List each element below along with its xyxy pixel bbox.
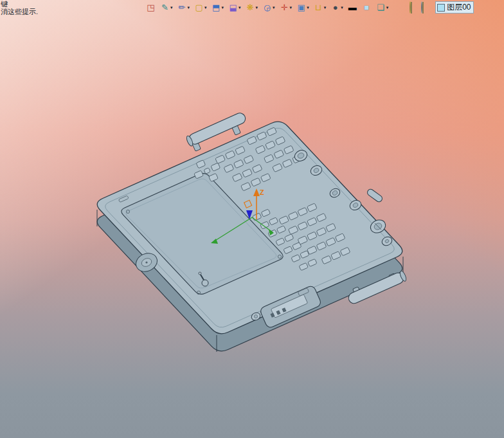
chevron-down-icon[interactable]: ▾	[170, 5, 173, 10]
surface-display-icon: ❏	[376, 3, 386, 13]
layer-visibility-on-icon[interactable]	[410, 2, 417, 14]
main-toolbar: ◳ ✎ ▾ ✏ ▾ ▢ ▾ ⬒ ▾ ⬓ ▾ ❋ ▾ ◶ ▾	[146, 1, 474, 14]
antenna-stub[interactable]	[366, 188, 384, 203]
layer-label: 图层00	[447, 2, 471, 13]
bulb-base	[411, 2, 412, 14]
current-color-button[interactable]: ■	[362, 3, 372, 13]
revolve-button[interactable]: ⬓ ▾	[228, 3, 241, 13]
pattern-button[interactable]: ❋ ▾	[246, 3, 258, 13]
pin-head	[199, 272, 201, 275]
pattern-icon: ❋	[246, 3, 255, 13]
sweep-icon: ◶	[262, 3, 272, 13]
datum-plane-button[interactable]: ▣ ▾	[296, 3, 309, 13]
render-mode-icon: ●	[330, 3, 340, 13]
line-icon: ✏	[177, 3, 187, 13]
connector-knob-inner	[254, 315, 257, 318]
3d-viewport[interactable]: Z	[0, 0, 504, 438]
line-width-button[interactable]: ▬	[348, 3, 357, 13]
chevron-down-icon[interactable]: ▾	[307, 5, 309, 10]
chevron-down-icon[interactable]: ▾	[239, 5, 241, 10]
wire-box-button[interactable]: ▢ ▾	[194, 3, 207, 13]
chevron-down-icon[interactable]: ▾	[324, 5, 327, 10]
chevron-down-icon[interactable]: ▾	[341, 5, 343, 10]
revolve-icon: ⬓	[228, 3, 238, 13]
sketch-icon: ✎	[160, 3, 170, 13]
bulb-base	[422, 2, 424, 14]
datum-point-icon: ✛	[280, 3, 289, 13]
chevron-down-icon[interactable]: ▾	[188, 5, 190, 10]
hint-line-1: 键	[1, 0, 38, 8]
pin-base[interactable]	[202, 280, 208, 286]
surface-display-button[interactable]: ❏ ▾	[376, 3, 389, 13]
profile-button[interactable]: ⊔ ▾	[314, 3, 327, 13]
chevron-down-icon[interactable]: ▾	[222, 5, 224, 10]
line-width-icon: ▬	[348, 3, 357, 13]
layer-selector[interactable]: 图层00	[435, 1, 473, 14]
speaker-center	[145, 261, 147, 263]
profile-icon: ⊔	[314, 3, 323, 13]
sweep-button[interactable]: ◶ ▾	[262, 3, 275, 13]
sketch-button[interactable]: ✎ ▾	[160, 3, 173, 13]
finish-sketch-icon: ◳	[146, 3, 156, 13]
hint-text: 键 消这些提示.	[1, 0, 38, 15]
wire-box-icon: ▢	[194, 3, 204, 13]
render-mode-button[interactable]: ● ▾	[330, 3, 343, 13]
chevron-down-icon[interactable]: ▾	[256, 5, 258, 10]
chevron-down-icon[interactable]: ▾	[290, 5, 292, 10]
layer-visibility-off-icon[interactable]	[421, 2, 429, 14]
datum-point-button[interactable]: ✛ ▾	[280, 3, 292, 13]
extrude-button[interactable]: ⬒ ▾	[212, 3, 224, 13]
layer-color-swatch	[437, 4, 445, 12]
chevron-down-icon[interactable]: ▾	[273, 5, 275, 10]
line-button[interactable]: ✏ ▾	[177, 3, 190, 13]
chevron-down-icon[interactable]: ▾	[386, 5, 389, 10]
hint-line-2: 消这些提示.	[1, 8, 38, 15]
app-window: Z 键 消这些提示. ◳ ✎ ▾ ✏ ▾ ▢ ▾ ⬒ ▾ ⬓ ▾ ❋	[0, 0, 504, 438]
datum-plane-icon: ▣	[296, 3, 306, 13]
chevron-down-icon[interactable]: ▾	[204, 5, 207, 10]
axis-z-label: Z	[260, 188, 264, 196]
finish-sketch-button[interactable]: ◳	[146, 3, 156, 13]
current-color-swatch: ■	[362, 3, 372, 13]
extrude-icon: ⬒	[212, 3, 221, 13]
